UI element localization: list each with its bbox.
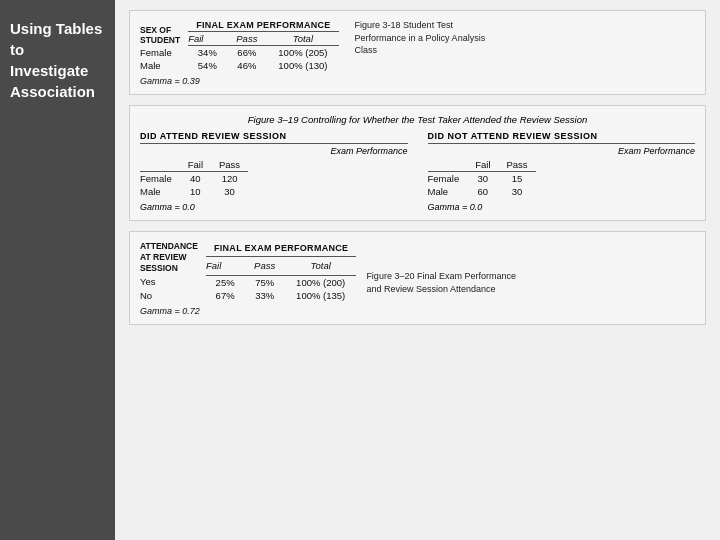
fig19-left-male-pass: 30	[211, 185, 248, 198]
fig20-no-fail: 67%	[206, 289, 244, 302]
fig18-table-area: SEX OFSTUDENT FINAL EXAM PERFORMANCE Fai…	[140, 19, 339, 86]
fig18-female-pass: 66%	[227, 46, 268, 60]
fig19-left-female: Female 40 120	[140, 172, 248, 186]
fig18-male-fail: 54%	[188, 59, 226, 72]
fig19-left-sub: Exam Performance	[140, 146, 408, 156]
fig20-col-pass: Pass	[244, 257, 285, 276]
fig19-right-male-fail: 60	[467, 185, 498, 198]
fig20-gamma: Gamma = 0.72	[140, 306, 356, 316]
fig18-female-fail: 34%	[188, 46, 226, 60]
fig19-right: DID NOT ATTEND REVIEW SESSION Exam Perfo…	[428, 131, 696, 212]
fig20-yes-label: Yes	[140, 275, 206, 289]
fig18-caption: Figure 3-18 Student Test Performance in …	[355, 19, 495, 86]
fig18-gamma: Gamma = 0.39	[140, 76, 339, 86]
fig19-right-col-fail: Fail	[467, 158, 498, 172]
main-content: SEX OFSTUDENT FINAL EXAM PERFORMANCE Fai…	[115, 0, 720, 540]
fig19-right-male-pass: 30	[499, 185, 536, 198]
fig19-left: DID ATTEND REVIEW SESSION Exam Performan…	[140, 131, 408, 212]
fig20-row-header: ATTENDANCEAT REVIEWSESSION	[140, 240, 206, 275]
fig19-right-female-fail: 30	[467, 172, 498, 186]
fig19-gamma-right: Gamma = 0.0	[428, 202, 696, 212]
fig19-right-female-pass: 15	[499, 172, 536, 186]
figure-3-18: SEX OFSTUDENT FINAL EXAM PERFORMANCE Fai…	[129, 10, 706, 95]
fig20-no-total: 100% (135)	[285, 289, 356, 302]
fig19-left-female-pass: 120	[211, 172, 248, 186]
fig19-left-female-label: Female	[140, 172, 180, 186]
fig19-right-col-pass: Pass	[499, 158, 536, 172]
figure-3-20: ATTENDANCEAT REVIEWSESSION FINAL EXAM PE…	[129, 231, 706, 325]
fig20-col-total: Total	[285, 257, 356, 276]
fig18-row-male: Male 54% 46% 100% (130)	[140, 59, 339, 72]
fig20-no-label: No	[140, 289, 206, 302]
fig19-left-col-pass: Pass	[211, 158, 248, 172]
fig19-right-male-label: Male	[428, 185, 468, 198]
fig18-female-label: Female	[140, 46, 188, 60]
sidebar: Using Tables to Investigate Association	[0, 0, 115, 540]
fig20-yes-fail: 25%	[206, 275, 244, 289]
fig18-row-header: SEX OFSTUDENT	[140, 19, 188, 46]
fig19-right-table: Fail Pass Female 30 15 Male 60	[428, 158, 536, 198]
fig20-col-fail: Fail	[206, 257, 244, 276]
fig20-row-yes: Yes 25% 75% 100% (200)	[140, 275, 356, 289]
fig19-left-male: Male 10 30	[140, 185, 248, 198]
fig18-male-total: 100% (130)	[267, 59, 338, 72]
fig20-yes-pass: 75%	[244, 275, 285, 289]
fig19-gamma-left: Gamma = 0.0	[140, 202, 408, 212]
fig19-right-female: Female 30 15	[428, 172, 536, 186]
fig18-male-pass: 46%	[227, 59, 268, 72]
sidebar-title: Using Tables to Investigate Association	[10, 18, 105, 102]
fig18-col-group: FINAL EXAM PERFORMANCE	[188, 19, 338, 32]
fig18-table: SEX OFSTUDENT FINAL EXAM PERFORMANCE Fai…	[140, 19, 339, 72]
fig19-left-female-fail: 40	[180, 172, 211, 186]
fig19-right-header: DID NOT ATTEND REVIEW SESSION	[428, 131, 696, 144]
fig20-row-no: No 67% 33% 100% (135)	[140, 289, 356, 302]
fig19-left-col-fail: Fail	[180, 158, 211, 172]
fig19-tables: DID ATTEND REVIEW SESSION Exam Performan…	[140, 131, 695, 212]
fig18-col-fail: Fail	[188, 32, 226, 46]
fig19-left-col-empty	[140, 158, 180, 172]
fig19-right-sub: Exam Performance	[428, 146, 696, 156]
fig20-yes-total: 100% (200)	[285, 275, 356, 289]
fig20-col-group: FINAL EXAM PERFORMANCE	[206, 240, 356, 257]
fig19-left-table: Fail Pass Female 40 120 Male 10	[140, 158, 248, 198]
fig19-left-header: DID ATTEND REVIEW SESSION	[140, 131, 408, 144]
fig18-female-total: 100% (205)	[267, 46, 338, 60]
fig20-table-area: ATTENDANCEAT REVIEWSESSION FINAL EXAM PE…	[140, 240, 356, 316]
fig19-right-male: Male 60 30	[428, 185, 536, 198]
fig19-right-female-label: Female	[428, 172, 468, 186]
fig19-right-col-empty	[428, 158, 468, 172]
fig20-row: ATTENDANCEAT REVIEWSESSION FINAL EXAM PE…	[140, 240, 695, 316]
fig20-caption: Figure 3–20 Final Exam Performance and R…	[366, 240, 526, 295]
fig20-table: ATTENDANCEAT REVIEWSESSION FINAL EXAM PE…	[140, 240, 356, 302]
fig20-no-pass: 33%	[244, 289, 285, 302]
fig19-title: Figure 3–19 Controlling for Whether the …	[140, 114, 695, 125]
fig18-col-total: Total	[267, 32, 338, 46]
fig18-row-female: Female 34% 66% 100% (205)	[140, 46, 339, 60]
fig19-left-male-fail: 10	[180, 185, 211, 198]
figure-3-19: Figure 3–19 Controlling for Whether the …	[129, 105, 706, 221]
fig18-col-pass: Pass	[227, 32, 268, 46]
fig18-male-label: Male	[140, 59, 188, 72]
fig19-left-male-label: Male	[140, 185, 180, 198]
